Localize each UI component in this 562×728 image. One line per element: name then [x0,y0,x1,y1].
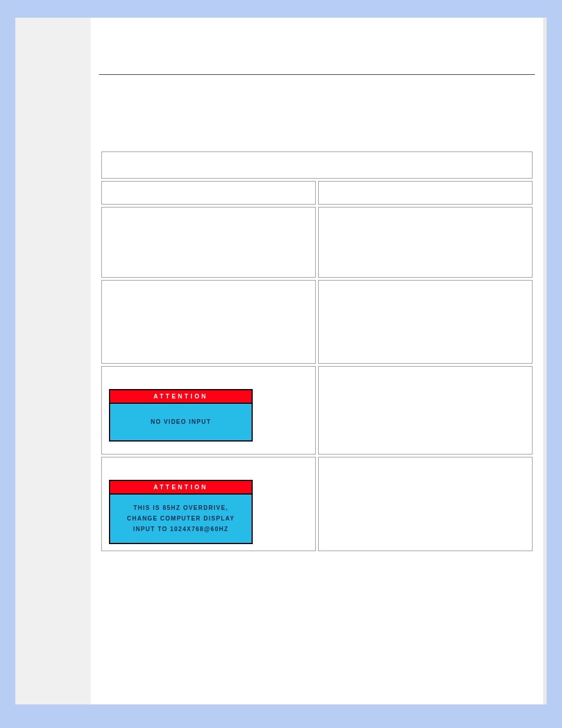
warning-no-video: ATTENTION NO VIDEO INPUT [109,389,253,442]
warning-body: NO VIDEO INPUT [110,404,252,440]
row3-solution [318,366,533,454]
overdrive-line: THIS IS 85HZ OVERDRIVE, [133,505,228,511]
troubleshooting-table: ATTENTION NO VIDEO INPUT ATTENTION THIS … [99,149,535,554]
row4-problem: ATTENTION THIS IS 85HZ OVERDRIVE, CHANGE… [101,457,316,551]
overdrive-line: INPUT TO 1024X768@60HZ [133,526,229,532]
row4-solution [318,457,533,551]
intro-spacer [99,75,535,149]
document-page: ATTENTION NO VIDEO INPUT ATTENTION THIS … [15,18,547,704]
page-frame: ATTENTION NO VIDEO INPUT ATTENTION THIS … [0,0,562,728]
warning-header: ATTENTION [110,481,252,495]
overdrive-line: CHANGE COMPUTER DISPLAY [127,515,234,522]
row2-problem [101,280,316,364]
table-banner [101,151,533,179]
row3-problem: ATTENTION NO VIDEO INPUT [101,366,316,454]
row1-solution [318,207,533,278]
row2-solution [318,280,533,364]
warning-overdrive: ATTENTION THIS IS 85HZ OVERDRIVE, CHANGE… [109,480,253,544]
sidebar [15,18,91,704]
row1-problem [101,207,316,278]
warning-header: ATTENTION [110,390,252,404]
col-problem-header [101,181,316,205]
warning-body: THIS IS 85HZ OVERDRIVE, CHANGE COMPUTER … [110,495,252,543]
content-area: ATTENTION NO VIDEO INPUT ATTENTION THIS … [91,18,547,704]
col-solution-header [318,181,533,205]
